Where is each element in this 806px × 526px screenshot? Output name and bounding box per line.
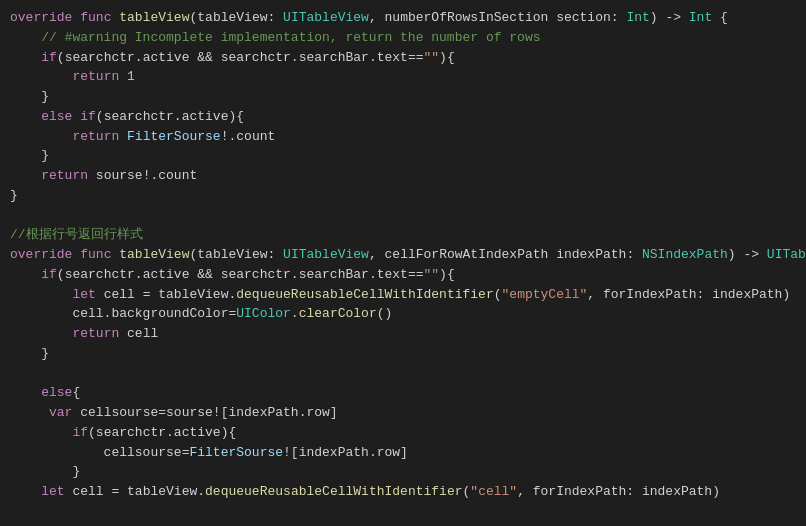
code-line-2: // #warning Incomplete implementation, r… <box>10 28 796 48</box>
code-line-9: return sourse!.count <box>10 166 796 186</box>
code-line-14: if(searchctr.active && searchctr.searchB… <box>10 265 796 285</box>
code-line-5: } <box>10 87 796 107</box>
code-line-15: let cell = tableView.dequeueReusableCell… <box>10 285 796 305</box>
code-line-11 <box>10 206 796 226</box>
code-line-3: if(searchctr.active && searchctr.searchB… <box>10 48 796 68</box>
code-line-26 <box>10 502 796 522</box>
code-line-25: let cell = tableView.dequeueReusableCell… <box>10 482 796 502</box>
code-line-19 <box>10 364 796 384</box>
code-line-21: var cellsourse=sourse![indexPath.row] <box>10 403 796 423</box>
code-line-7: return FilterSourse!.count <box>10 127 796 147</box>
code-editor: override func tableView(tableView: UITab… <box>0 0 806 526</box>
code-line-18: } <box>10 344 796 364</box>
code-line-8: } <box>10 146 796 166</box>
code-line-12: //根据行号返回行样式 <box>10 225 796 245</box>
code-line-17: return cell <box>10 324 796 344</box>
code-line-22: if(searchctr.active){ <box>10 423 796 443</box>
code-line-20: else{ <box>10 383 796 403</box>
code-line-27: let img=cell.viewWithTag(100) as! UIImag… <box>10 522 796 527</box>
code-line-6: else if(searchctr.active){ <box>10 107 796 127</box>
code-line-24: } <box>10 462 796 482</box>
code-line-10: } <box>10 186 796 206</box>
code-line-16: cell.backgroundColor=UIColor.clearColor(… <box>10 304 796 324</box>
code-line-1: override func tableView(tableView: UITab… <box>10 8 796 28</box>
code-line-23: cellsourse=FilterSourse![indexPath.row] <box>10 443 796 463</box>
code-line-13: override func tableView(tableView: UITab… <box>10 245 796 265</box>
code-line-4: return 1 <box>10 67 796 87</box>
